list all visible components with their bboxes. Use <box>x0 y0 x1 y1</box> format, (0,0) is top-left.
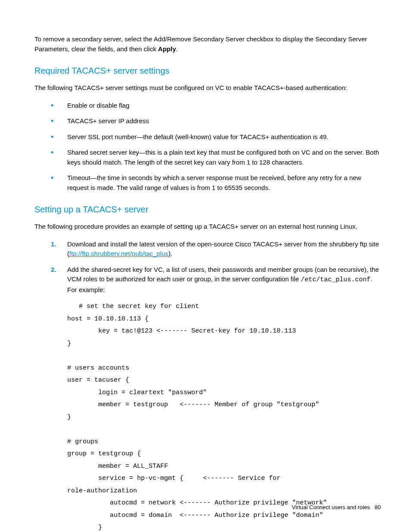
ftp-link[interactable]: ftp://ftp.shrubbery.net/pub/tac_plus <box>69 250 168 257</box>
config-file-path: /etc/tac_plus.conf <box>301 276 371 283</box>
section1-bullet-list: Enable or disable flag TACACS+ server IP… <box>34 101 381 193</box>
section2-intro: The following procedure provides an exam… <box>34 222 381 232</box>
step-item: Add the shared-secret key for VC, a list… <box>51 265 381 295</box>
step1-text-2: ). <box>168 250 172 257</box>
bullet-item: Server SSL port number—the default (well… <box>51 132 381 142</box>
intro-text-1: To remove a secondary server, select the… <box>34 35 367 53</box>
section2-heading: Setting up a TACACS+ server <box>34 203 381 216</box>
section2-ordered-list: Download and install the latest version … <box>34 240 381 295</box>
bullet-item: Enable or disable flag <box>51 101 381 111</box>
bullet-item: Shared secret server key—this is a plain… <box>51 148 381 167</box>
section1-intro: The following TACACS+ server settings mu… <box>34 83 381 93</box>
intro-text-2: . <box>176 45 177 53</box>
bullet-item: TACACS+ server IP address <box>51 116 381 126</box>
intro-paragraph: To remove a secondary server, select the… <box>34 34 381 54</box>
code-block: # set the secret key for client host = 1… <box>67 301 381 532</box>
page-number: 80 <box>375 504 381 510</box>
section1-heading: Required TACACS+ server settings <box>34 64 381 77</box>
page-footer: Virtual Connect users and roles 80 <box>292 503 381 512</box>
footer-text: Virtual Connect users and roles <box>292 504 370 510</box>
bullet-item: Timeout—the time in seconds by which a s… <box>51 173 381 193</box>
step-item: Download and install the latest version … <box>51 240 381 259</box>
apply-bold: Apply <box>158 45 176 53</box>
